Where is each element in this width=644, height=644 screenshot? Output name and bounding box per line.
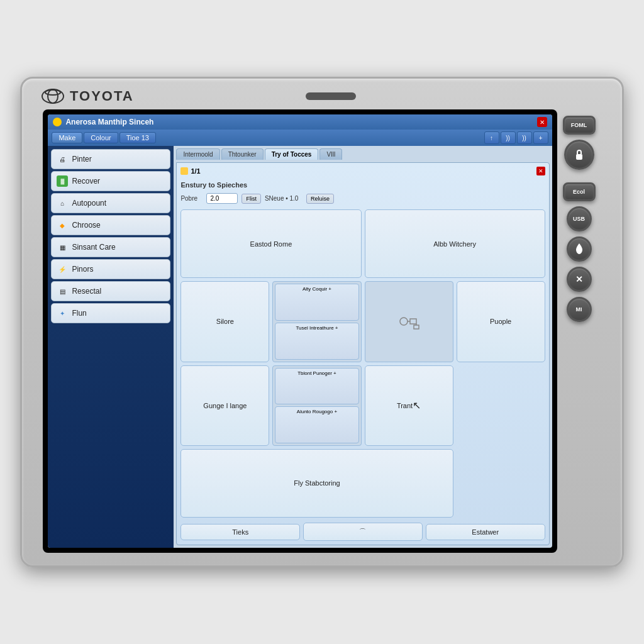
empty-cell [457,365,545,446]
tab-try-of-tocces[interactable]: Try of Tocces [265,148,319,160]
choose-icon: ◆ [57,219,68,231]
menu-icon-wifi2[interactable]: )) [517,131,532,144]
param-btn1[interactable]: Flist [242,194,261,204]
grid-btn-trant[interactable]: Trant ↖ [365,365,453,446]
param-input1[interactable] [206,193,238,204]
menu-icon-wifi1[interactable]: )) [501,131,516,144]
sinsant-icon: ▦ [57,242,68,253]
hw-button-usb[interactable]: USB [567,206,592,231]
sidebar-item-sinsant[interactable]: ▦ Sinsant Care [51,237,170,257]
svg-point-2 [45,90,60,95]
sidebar-label-autopoint: Autopount [72,199,106,208]
sidebar-label-pinors: Pinors [72,265,93,274]
sidebar-item-choose[interactable]: ◆ Chroose [51,215,170,235]
inner-title-left: 1/1 [180,167,200,175]
mini-btn-2[interactable]: Tusel Intreathure + [275,323,358,360]
menu-colour[interactable]: Colour [84,132,118,143]
hw-button-ecol[interactable]: Ecol [563,182,596,201]
svg-rect-4 [410,319,416,324]
sidebar-item-printer[interactable]: 🖨 Pinter [51,149,170,169]
menu-tioe[interactable]: Tioe 13 [119,132,156,143]
inner-grid-bottom: Tblont Punoger + Alunto Rougogo + [272,365,361,446]
sidebar-item-recover[interactable]: ▓ Recover [51,171,170,191]
cursor-icon: ↖ [413,399,421,411]
svg-point-1 [48,89,58,103]
hardware-buttons: FOML Ecol USB ✕ MI [557,109,601,553]
tab-intermoold[interactable]: Intermoold [176,148,219,160]
grid-btn-gunge[interactable]: Gunge I lange [180,365,269,446]
sidebar-label-flun: Flun [72,309,86,318]
param-row: Pobre Flist SNeue • 1.0 Reluise [180,193,545,204]
inner-subtitle: Enstury to Spieches [180,180,545,190]
menu-bar: Make Colour Tioe 13 ↑ )) )) + [48,130,552,146]
param-label2: SNeue • 1.0 [265,195,303,202]
title-bar: Anerosa Manthip Sinceh ✕ [48,114,552,130]
toyota-logo: TOYOTA [41,88,134,104]
menu-make[interactable]: Make [52,132,82,143]
icon-cell [365,281,453,362]
usb-label: USB [573,216,585,222]
sidebar-label-sinsant: Sinsant Care [72,243,115,252]
right-panel: Intermoold Thtounker Try of Tocces VIll [174,146,552,548]
brand-name: TOYOTA [70,88,134,104]
bottom-btn-tieks[interactable]: Tieks [180,524,300,540]
bottom-row: Tieks ⌒ Estatwer [180,523,545,541]
tab-thtounker[interactable]: Thtounker [221,148,264,160]
inner-window-id: 1/1 [191,167,200,175]
inner-title-row: 1/1 ✕ [180,167,545,175]
mini-btn-1[interactable]: Alty Coquir + [275,284,358,321]
screen-inner: Anerosa Manthip Sinceh ✕ Make Colour Tio… [48,114,552,548]
tab-vill[interactable]: VIll [319,148,342,160]
grid-btn-puople[interactable]: Puople [457,281,545,362]
grid-btn-fly[interactable]: Fly Stabctoring [180,449,453,518]
sidebar-item-resectal[interactable]: ▤ Resectal [51,281,170,301]
device-top: TOYOTA [22,88,622,109]
tab-bar: Intermoold Thtounker Try of Tocces VIll [176,148,549,160]
hw-button-b5[interactable] [567,236,592,262]
grid-btn-albb[interactable]: Albb Witchery [365,209,545,278]
hw-button-mi[interactable]: MI [567,297,592,322]
pinors-icon: ⚡ [57,264,68,275]
device-body: Anerosa Manthip Sinceh ✕ Make Colour Tio… [43,109,601,553]
sidebar-label-choose: Chroose [72,221,100,230]
hw-button-lock[interactable] [564,140,594,170]
camera-slot [306,92,356,100]
close-button[interactable]: ✕ [537,117,547,127]
bottom-btn-estatwer[interactable]: Estatwer [426,524,545,540]
window-title: Anerosa Manthip Sinceh [65,118,153,126]
sidebar-item-flun[interactable]: ✦ Flun [51,303,170,323]
bottom-btn-arc[interactable]: ⌒ [303,523,423,541]
diagram-icon [397,310,420,333]
hw-button-x[interactable]: ✕ [567,267,592,292]
grid-btn-eastod[interactable]: Eastod Rome [180,209,361,278]
recover-icon: ▓ [57,175,68,187]
param-label1: Pobre [180,195,203,202]
content-grid: Eastod Rome Albb Witchery Silore Alty Co… [180,209,545,518]
resectal-icon: ▤ [57,286,68,297]
sidebar-label-resectal: Resectal [72,287,101,296]
sidebar-label-recover: Recover [72,177,100,186]
title-bar-left: Anerosa Manthip Sinceh [53,118,153,126]
sidebar-label-printer: Pinter [72,155,91,164]
grid-btn-silore[interactable]: Silore [180,281,269,362]
spacer-cell [457,449,545,518]
sidebar-item-autopoint[interactable]: ⌂ Autopount [51,193,170,213]
autopoint-icon: ⌂ [57,197,68,209]
param-btn2[interactable]: Reluise [306,194,334,204]
hw-button-foml[interactable]: FOML [563,116,596,135]
inner-icon [180,167,188,175]
content-panel: 1/1 ✕ Enstury to Spieches Pobre Flist [176,162,549,545]
mini-btn-3[interactable]: Tblont Punoger + [275,368,358,405]
device: TOYOTA Anerosa Manthip Sinceh ✕ [20,77,624,567]
lock-icon [574,148,584,161]
mini-btn-4[interactable]: Alunto Rougogo + [275,406,358,443]
menu-icon-plus[interactable]: + [533,131,548,144]
svg-rect-8 [576,154,582,160]
screen-area: Anerosa Manthip Sinceh ✕ Make Colour Tio… [43,109,557,553]
inner-grid-top: Alty Coquir + Tusel Intreathure + [272,281,361,362]
printer-icon: 🖨 [57,153,68,165]
sidebar-item-pinors[interactable]: ⚡ Pinors [51,259,170,279]
menu-icon-up[interactable]: ↑ [484,131,499,144]
inner-close-button[interactable]: ✕ [536,167,545,175]
app-window: Anerosa Manthip Sinceh ✕ Make Colour Tio… [48,114,552,548]
